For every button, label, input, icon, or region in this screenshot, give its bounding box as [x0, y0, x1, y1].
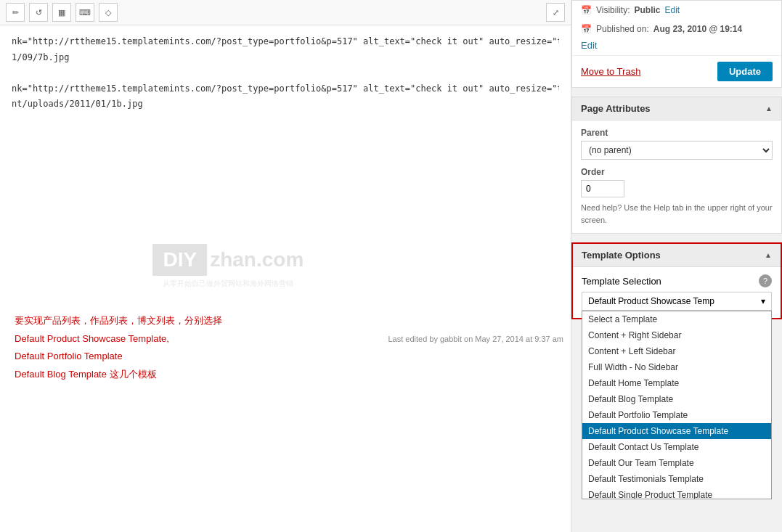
- toolbar-keyboard-btn[interactable]: ⌨: [76, 3, 94, 22]
- publish-section: 📅 Visibility: Public Edit 📅 Published on…: [571, 0, 782, 88]
- editor-area: ✏ ↺ ▦ ⌨ ◇ ⤢ nk="http://rttheme15.templat…: [0, 0, 571, 532]
- template-options-header: Template Options ▲: [573, 244, 781, 267]
- publish-actions: Move to Trash Update: [572, 55, 781, 87]
- visibility-row: 📅 Visibility: Public Edit: [572, 1, 781, 20]
- visibility-edit-link[interactable]: Edit: [664, 5, 680, 15]
- parent-label: Parent: [581, 128, 773, 138]
- template-selection-row: Template Selection ?: [582, 274, 772, 287]
- option-portfolio[interactable]: Default Portfolio Template: [582, 407, 771, 423]
- option-select-template[interactable]: Select a Template: [582, 311, 771, 327]
- template-help-icon[interactable]: ?: [759, 274, 772, 287]
- help-text: Need help? Use the Help tab in the upper…: [581, 202, 773, 226]
- option-contact-us[interactable]: Default Contact Us Template: [582, 439, 771, 455]
- option-full-width[interactable]: Full Width - No Sidebar: [582, 359, 771, 375]
- template-options-title: Template Options: [582, 250, 661, 261]
- page-attributes-header: Page Attributes ▲: [572, 97, 781, 120]
- move-to-trash-button[interactable]: Move to Trash: [581, 66, 640, 77]
- template-selected-value: Default Product Showcase Temp: [588, 296, 761, 306]
- visibility-label: Visibility:: [596, 5, 630, 15]
- template-dropdown-arrow: ▾: [761, 296, 765, 306]
- published-edit-link[interactable]: Edit: [581, 40, 597, 51]
- published-date: Aug 23, 2010 @ 19:14: [653, 24, 742, 34]
- editor-chinese-text: 要实现产品列表，作品列表，博文列表，分别选择 Default Product S…: [15, 312, 222, 384]
- template-select-wrapper: Default Product Showcase Temp ▾ Select a…: [582, 292, 772, 311]
- editor-content[interactable]: nk="http://rttheme15.templatemints.com/?…: [0, 25, 571, 121]
- option-blog[interactable]: Default Blog Template: [582, 391, 771, 407]
- code-line-2: 1/09/7b.jpg: [12, 50, 559, 66]
- page-attributes-section: Page Attributes ▲ Parent (no parent) Ord…: [571, 97, 782, 234]
- calendar-icon-2: 📅: [581, 24, 592, 34]
- code-line-1: nk="http://rttheme15.templatemints.com/?…: [12, 34, 559, 50]
- chinese-line-3: Default Portfolio Template: [15, 348, 222, 366]
- option-single-product[interactable]: Default Single Product Template: [582, 487, 771, 499]
- calendar-icon: 📅: [581, 5, 592, 15]
- toolbar-table-btn[interactable]: ▦: [52, 3, 71, 22]
- toolbar-undo-btn[interactable]: ↺: [29, 3, 48, 22]
- template-options-body: Template Selection ? Default Product Sho…: [573, 267, 781, 318]
- template-dropdown-list[interactable]: Select a Template Content + Right Sideba…: [582, 311, 772, 499]
- option-product-showcase[interactable]: Default Product Showcase Template: [582, 423, 771, 439]
- option-testimonials[interactable]: Default Testimonials Template: [582, 471, 771, 487]
- template-selection-label: Template Selection: [582, 276, 661, 287]
- chinese-line-2: Default Product Showcase Template,: [15, 330, 222, 348]
- visibility-value: Public: [634, 5, 660, 15]
- toolbar-edit-btn[interactable]: ✏: [6, 3, 25, 22]
- order-input[interactable]: [581, 180, 624, 197]
- page-attributes-chevron[interactable]: ▲: [765, 105, 773, 112]
- template-options-chevron[interactable]: ▲: [765, 251, 772, 259]
- page-attributes-title: Page Attributes: [581, 103, 651, 114]
- watermark-text: zhan.com: [210, 248, 304, 271]
- template-options-section: Template Options ▲ Template Selection ? …: [571, 242, 782, 319]
- last-edited-text: Last edited by gabbit on May 27, 2014 at…: [388, 335, 563, 343]
- published-label: Published on:: [596, 24, 649, 34]
- editor-toolbar: ✏ ↺ ▦ ⌨ ◇ ⤢: [0, 0, 571, 25]
- code-line-4: nk="http://rttheme15.templatemints.com/?…: [12, 81, 559, 97]
- update-button[interactable]: Update: [717, 62, 773, 81]
- toolbar-expand-btn[interactable]: ⤢: [546, 3, 565, 22]
- code-line-3: [12, 65, 559, 81]
- option-home[interactable]: Default Home Template: [582, 375, 771, 391]
- option-left-sidebar[interactable]: Content + Left Sidebar: [582, 343, 771, 359]
- toolbar-diamond-btn[interactable]: ◇: [99, 3, 118, 22]
- watermark-box: DIY: [152, 244, 207, 276]
- watermark: DIY zhan.com 从零开始自己做外贸网站和海外网络营销: [152, 244, 304, 289]
- order-label: Order: [581, 167, 773, 177]
- parent-select[interactable]: (no parent): [581, 141, 773, 160]
- page-attributes-body: Parent (no parent) Order Need help? Use …: [572, 120, 781, 233]
- code-line-5: nt/uploads/2011/01/1b.jpg: [12, 97, 559, 112]
- published-row: 📅 Published on: Aug 23, 2010 @ 19:14: [572, 20, 781, 38]
- sidebar: 📅 Visibility: Public Edit 📅 Published on…: [571, 0, 782, 532]
- chinese-line-1: 要实现产品列表，作品列表，博文列表，分别选择: [15, 312, 222, 330]
- option-our-team[interactable]: Default Our Team Template: [582, 455, 771, 471]
- template-select-display[interactable]: Default Product Showcase Temp ▾: [582, 292, 772, 311]
- watermark-sub: 从零开始自己做外贸网站和海外网络营销: [152, 279, 304, 289]
- chinese-line-4: Default Blog Template 这几个模板: [15, 366, 222, 384]
- option-right-sidebar[interactable]: Content + Right Sidebar: [582, 327, 771, 343]
